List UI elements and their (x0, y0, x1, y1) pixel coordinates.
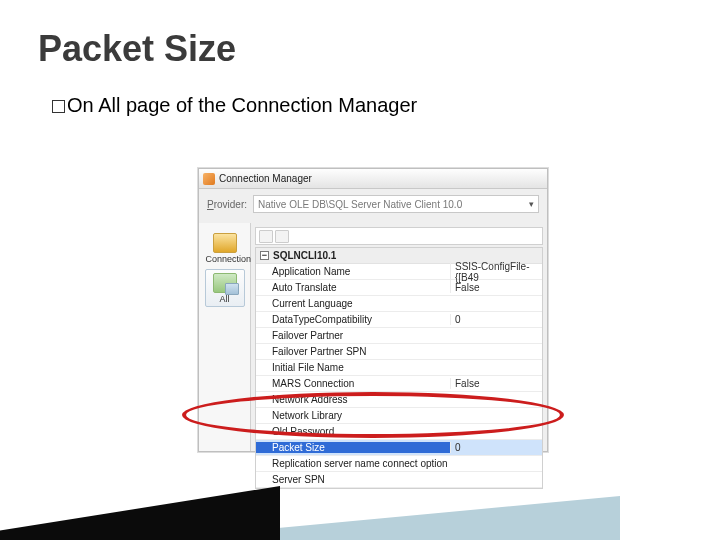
bullet-on-all-page: On All page of the Connection Manager (52, 94, 720, 117)
toolbar-sort-button[interactable] (275, 230, 289, 243)
property-row[interactable]: DataTypeCompatibility0 (256, 312, 542, 328)
provider-value: Native OLE DB\SQL Server Native Client 1… (258, 199, 462, 210)
window-title: Connection Manager (219, 173, 312, 184)
property-name: Application Name (256, 266, 450, 277)
property-name: Current Language (256, 298, 450, 309)
property-name: Failover Partner SPN (256, 346, 450, 357)
property-toolbar (255, 227, 543, 245)
provider-dropdown[interactable]: Native OLE DB\SQL Server Native Client 1… (253, 195, 539, 213)
property-row[interactable]: Failover Partner (256, 328, 542, 344)
property-name: MARS Connection (256, 378, 450, 389)
bullet-box-icon (52, 100, 65, 113)
property-name: Initial File Name (256, 362, 450, 373)
property-row[interactable]: Initial File Name (256, 360, 542, 376)
property-name: Old Password (256, 426, 450, 437)
property-value[interactable]: False (450, 378, 542, 389)
nav-all-label: All (206, 294, 244, 304)
property-row[interactable]: Current Language (256, 296, 542, 312)
connection-manager-window: Connection Manager Provider: Native OLE … (198, 168, 548, 452)
toolbar-categorize-button[interactable] (259, 230, 273, 243)
property-value[interactable]: SSIS-ConfigFile-{[B49 (450, 261, 542, 283)
chevron-down-icon: ▾ (529, 199, 534, 209)
property-name: DataTypeCompatibility (256, 314, 450, 325)
left-nav: Connection All (199, 223, 251, 451)
slide-title: Packet Size (38, 28, 720, 70)
nav-all[interactable]: All (205, 269, 245, 307)
app-icon (203, 173, 215, 185)
nav-connection-label: Connection (206, 254, 244, 264)
property-row[interactable]: Network Library (256, 408, 542, 424)
property-name: Failover Partner (256, 330, 450, 341)
decor-wedge-black (0, 486, 280, 540)
property-name: Network Address (256, 394, 450, 405)
property-row[interactable]: MARS ConnectionFalse (256, 376, 542, 392)
property-name: Packet Size (256, 442, 450, 453)
property-row[interactable]: Old Password (256, 424, 542, 440)
window-titlebar: Connection Manager (199, 169, 547, 189)
provider-row: Provider: Native OLE DB\SQL Server Nativ… (199, 189, 547, 223)
category-label: SQLNCLI10.1 (273, 250, 336, 261)
collapse-icon[interactable]: − (260, 251, 269, 260)
bullet-text: On All page of the Connection Manager (67, 94, 417, 116)
property-row[interactable]: Failover Partner SPN (256, 344, 542, 360)
property-value[interactable]: 0 (450, 314, 542, 325)
property-name: Auto Translate (256, 282, 450, 293)
property-row[interactable]: Auto TranslateFalse (256, 280, 542, 296)
property-name: Replication server name connect option (256, 458, 450, 469)
property-value[interactable]: False (450, 282, 542, 293)
nav-connection[interactable]: Connection (205, 229, 245, 267)
property-row[interactable]: Application NameSSIS-ConfigFile-{[B49 (256, 264, 542, 280)
property-name: Network Library (256, 410, 450, 421)
property-name: Server SPN (256, 474, 450, 485)
property-grid[interactable]: − SQLNCLI10.1 Application NameSSIS-Confi… (255, 247, 543, 489)
all-icon (213, 273, 237, 293)
property-row[interactable]: Server SPN (256, 472, 542, 488)
provider-label: Provider: (207, 199, 247, 210)
property-value[interactable]: 0 (450, 442, 542, 453)
dialog-body: Connection All − SQLNCLI10.1 Application… (199, 223, 547, 451)
property-row[interactable]: Network Address (256, 392, 542, 408)
connection-icon (213, 233, 237, 253)
property-pane: − SQLNCLI10.1 Application NameSSIS-Confi… (251, 223, 547, 451)
property-row[interactable]: Replication server name connect option (256, 456, 542, 472)
property-row[interactable]: Packet Size0 (256, 440, 542, 456)
